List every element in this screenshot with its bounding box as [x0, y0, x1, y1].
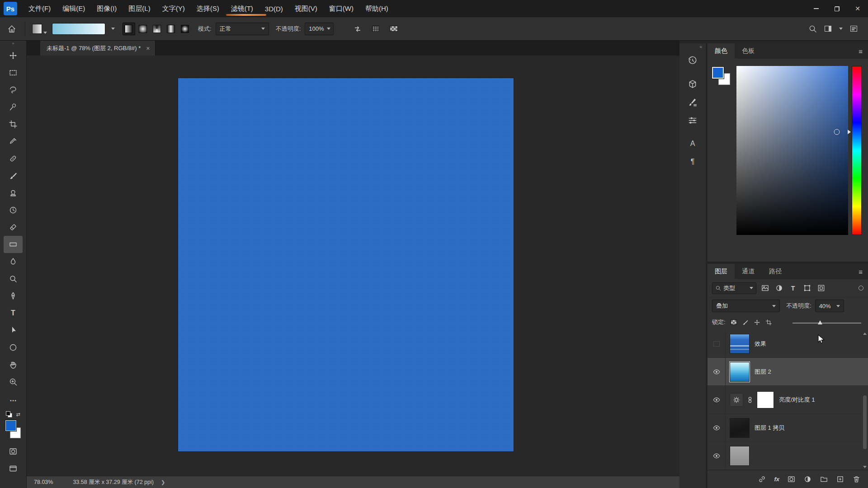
filter-type-layers-button[interactable]: T	[788, 283, 798, 294]
tab-channels[interactable]: 通道	[735, 264, 762, 279]
close-tab-icon[interactable]: ×	[146, 45, 150, 52]
toolbar-expand-icon[interactable]: »	[0, 41, 26, 47]
hue-slider-marker[interactable]	[848, 130, 851, 134]
filter-on-off-toggle[interactable]	[859, 286, 863, 291]
menu-file[interactable]: 文件(F)	[23, 0, 57, 17]
lock-image-pixels-button[interactable]	[742, 319, 749, 326]
menu-help[interactable]: 帮助(H)	[359, 0, 394, 17]
layer-thumbnail[interactable]	[730, 362, 750, 382]
filter-shape-layers-button[interactable]	[802, 283, 812, 294]
home-button[interactable]	[5, 22, 19, 36]
close-button[interactable]: ✕	[847, 0, 868, 17]
tool-preset-picker[interactable]	[31, 23, 48, 35]
brush-tool[interactable]	[4, 167, 23, 184]
new-layer-button[interactable]	[836, 475, 844, 483]
color-picker-cursor[interactable]	[834, 129, 840, 135]
panel-layout-icon[interactable]	[825, 26, 831, 32]
layers-scrollbar[interactable]	[862, 332, 868, 469]
hue-slider[interactable]	[852, 66, 862, 235]
screen-mode-button[interactable]	[4, 460, 23, 477]
layer-name[interactable]: 亮度/对比度 1	[779, 396, 815, 404]
layer-row-partial[interactable]	[708, 442, 868, 470]
panel-brush-settings-button[interactable]	[684, 93, 702, 111]
crop-tool[interactable]	[4, 116, 23, 133]
add-layer-mask-button[interactable]	[787, 475, 796, 483]
lock-transparent-pixels-button[interactable]	[731, 319, 737, 325]
lock-artboard-button[interactable]	[765, 319, 772, 326]
linear-gradient-button[interactable]	[123, 23, 135, 35]
workspace-switcher-icon[interactable]	[850, 26, 857, 32]
menu-select[interactable]: 选择(S)	[191, 0, 225, 17]
panel-menu-icon[interactable]: ≡	[859, 43, 868, 59]
eraser-tool[interactable]	[4, 219, 23, 236]
transparency-toggle[interactable]	[387, 22, 401, 36]
history-brush-tool[interactable]	[4, 202, 23, 219]
layer-visibility-toggle[interactable]	[708, 358, 726, 385]
reverse-toggle[interactable]	[350, 22, 365, 36]
panel-character-button[interactable]: A	[684, 135, 702, 153]
mask-link-icon[interactable]	[747, 396, 753, 404]
gradient-tool[interactable]	[4, 236, 23, 253]
gradient-picker-button[interactable]	[109, 23, 117, 35]
new-group-button[interactable]	[820, 475, 828, 483]
clone-stamp-tool[interactable]	[4, 184, 23, 202]
layer-name[interactable]: 图层 2	[755, 368, 771, 376]
scrollbar-thumb[interactable]	[863, 395, 867, 449]
hand-tool[interactable]	[4, 356, 23, 373]
foreground-color-swatch[interactable]	[712, 67, 724, 79]
blend-mode-select[interactable]: 正常	[216, 23, 269, 35]
menu-layer[interactable]: 图层(L)	[123, 0, 156, 17]
dither-toggle[interactable]	[368, 22, 383, 36]
layers-opacity-slider-thumb[interactable]	[818, 320, 822, 324]
layer-visibility-toggle[interactable]	[708, 414, 726, 441]
menu-window[interactable]: 窗口(W)	[323, 0, 359, 17]
lock-position-button[interactable]	[754, 319, 760, 326]
lasso-tool[interactable]	[4, 81, 23, 99]
layer-blend-mode-select[interactable]: 叠加	[712, 300, 780, 312]
opacity-slider-track[interactable]	[793, 323, 861, 324]
filter-pixel-layers-button[interactable]	[760, 283, 770, 294]
layer-opacity-select[interactable]: 40%	[815, 300, 844, 312]
panel-paragraph-button[interactable]: ¶	[684, 153, 702, 171]
layer-row-layer1-copy[interactable]: 图层 1 拷贝	[708, 414, 868, 442]
layer-visibility-toggle[interactable]	[708, 386, 726, 413]
status-options-chevron[interactable]: ❯	[161, 479, 165, 485]
scroll-up-icon[interactable]	[863, 333, 867, 335]
search-icon[interactable]	[808, 24, 817, 33]
layer-style-button[interactable]: fx	[774, 476, 779, 483]
layer-row-brightness-contrast[interactable]: 亮度/对比度 1	[708, 386, 868, 414]
layer-row-effects[interactable]: 效果	[708, 330, 868, 358]
menu-edit[interactable]: 编辑(E)	[57, 0, 91, 17]
opacity-slider[interactable]	[793, 320, 861, 326]
panel-history-button[interactable]	[684, 52, 702, 70]
tab-color[interactable]: 颜色	[708, 43, 735, 59]
zoom-tool[interactable]	[4, 373, 23, 390]
ellipse-tool[interactable]	[4, 339, 23, 356]
quick-selection-tool[interactable]	[4, 99, 23, 116]
foreground-color-swatch[interactable]	[5, 420, 16, 431]
panel-menu-icon[interactable]: ≡	[859, 264, 868, 279]
layer-filter-select[interactable]: 类型	[712, 282, 756, 294]
app-logo[interactable]: Ps	[4, 2, 17, 15]
scrollbar-track[interactable]	[863, 336, 867, 465]
filter-smart-objects-button[interactable]	[816, 283, 826, 294]
layer-row-layer2[interactable]: 图层 2	[708, 358, 868, 386]
layer-name[interactable]: 效果	[755, 340, 766, 348]
new-adjustment-layer-button[interactable]	[803, 475, 812, 483]
swap-colors-icon[interactable]: ⇄	[16, 412, 20, 418]
gradient-preview[interactable]	[52, 23, 105, 35]
quick-mask-button[interactable]	[4, 443, 23, 460]
path-selection-tool[interactable]	[4, 322, 23, 339]
angle-gradient-button[interactable]	[151, 23, 163, 35]
pen-tool[interactable]	[4, 287, 23, 305]
tab-paths[interactable]: 路径	[762, 264, 789, 279]
document-tab[interactable]: 未标题-1 @ 78% (图层 2, RGB/8#) * ×	[40, 41, 156, 56]
panel-3d-button[interactable]	[684, 75, 702, 93]
text-tool[interactable]: T	[4, 305, 23, 322]
tab-swatches[interactable]: 色板	[735, 43, 762, 59]
menu-view[interactable]: 视图(V)	[289, 0, 323, 17]
layer-mask-thumbnail[interactable]	[757, 391, 774, 408]
layer-visibility-toggle[interactable]	[708, 330, 726, 357]
chevron-down-icon[interactable]	[839, 28, 843, 30]
panel-adjustments-button[interactable]	[684, 111, 702, 129]
